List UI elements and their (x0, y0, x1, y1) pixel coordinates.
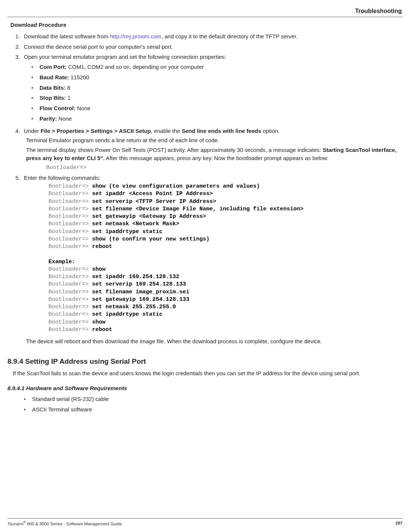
flow-label: Flow Control: (40, 105, 76, 111)
step4-p2: The terminal display shows Power On Self… (26, 146, 403, 162)
page: Troubleshooting Download Procedure Downl… (0, 0, 410, 532)
command-block: Bootloader=> show (to view configuration… (48, 183, 403, 334)
step4-pre: Under (24, 128, 41, 134)
prop-baud: Baud Rate: 115200 (33, 72, 403, 83)
footer-left: Tsunami® 800 & 8000 Series - Software Ma… (7, 520, 122, 527)
com-port-label: Com Port: (40, 64, 67, 70)
page-footer: Tsunami® 800 & 8000 Series - Software Ma… (7, 518, 403, 527)
heading-8941: 8.9.4.1 Hardware and Software Requiremen… (7, 384, 403, 392)
stop-bits-val: 1 (66, 95, 71, 101)
para-894: If the ScanTool fails to scan the device… (13, 369, 403, 378)
parity-val: None (57, 115, 72, 122)
requirements-list: Standard serial (RS-232) cable ASCII Ter… (25, 394, 403, 415)
page-number: 287 (395, 520, 403, 527)
bootloader-prompt: Bootloader=> (46, 164, 403, 172)
prop-data-bits: Data Bits: 8 (33, 83, 403, 93)
prop-stop-bits: Stop Bits: 1 (33, 93, 403, 103)
step5-footer: The device will reboot and then download… (26, 337, 403, 345)
prop-parity: Parity: None (33, 114, 403, 124)
step-1: Download the latest software from http:/… (22, 31, 403, 42)
req-ascii-terminal: ASCII Terminal software (25, 404, 403, 415)
baud-label: Baud Rate: (40, 74, 69, 80)
example-label: Example: (48, 259, 75, 265)
parity-label: Parity: (40, 115, 57, 122)
flow-val: None (76, 105, 91, 111)
proxim-link[interactable]: http://my.proxim.com (110, 33, 161, 39)
step1-pre: Download the latest software from (24, 33, 110, 39)
step3-text: Open your terminal emulator program and … (24, 54, 226, 60)
data-bits-val: 8 (66, 85, 70, 91)
step4-opt: Send line ends with line feeds (182, 128, 261, 134)
step4-post: option. (261, 128, 280, 134)
data-bits-label: Data Bits: (40, 85, 66, 91)
connection-props: Com Port: COM1, COM2 and so on, dependin… (33, 62, 403, 124)
step-3: Open your terminal emulator program and … (22, 52, 403, 125)
stop-bits-label: Stop Bits: (40, 95, 66, 101)
req-serial-cable: Standard serial (RS-232) cable (25, 394, 403, 404)
step5-text: Enter the following commands: (24, 175, 100, 181)
step4-mid: , enable the (151, 128, 182, 134)
prop-com-port: Com Port: COM1, COM2 and so on, dependin… (33, 62, 403, 72)
baud-val: 115200 (69, 74, 89, 80)
step4-p2c: After this message appears, press any ke… (105, 155, 329, 161)
running-header: Troubleshooting (7, 7, 403, 15)
step-5: Enter the following commands: Bootloader… (22, 173, 403, 348)
footer-rule (7, 518, 403, 519)
step-4: Under File > Properties > Settings > ASC… (22, 126, 403, 173)
header-rule (7, 17, 403, 17)
download-procedure-heading: Download Procedure (10, 21, 403, 29)
procedure-list: Download the latest software from http:/… (22, 31, 403, 348)
prop-flow: Flow Control: None (33, 103, 403, 114)
com-port-val: COM1, COM2 and so on, depending on your … (67, 64, 204, 70)
step4-p2a: The terminal display shows Power On Self… (26, 147, 323, 153)
step4-menu: File > Properties > Settings > ASCII Set… (41, 128, 151, 134)
heading-894: 8.9.4 Setting IP Address using Serial Po… (7, 356, 403, 367)
step1-post: , and copy it to the default directory o… (161, 33, 297, 39)
step4-p1: Terminal Emulator program sends a line r… (26, 136, 403, 144)
step-2: Connect the device serial port to your c… (22, 42, 403, 52)
